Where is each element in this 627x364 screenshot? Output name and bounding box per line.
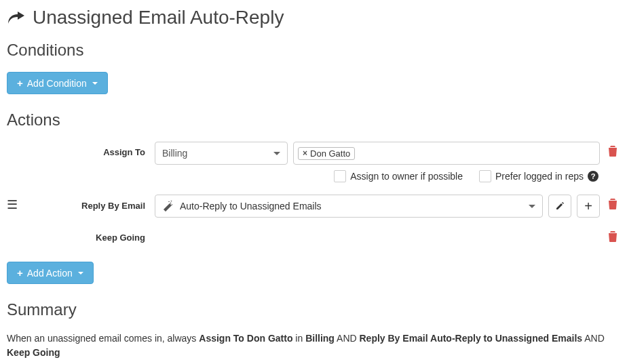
help-icon[interactable]: ? <box>588 171 598 182</box>
delete-reply-button[interactable] <box>605 195 620 209</box>
assignee-tag-label: Don Gatto <box>310 148 350 159</box>
reply-template-select[interactable]: Auto-Reply to Unassigned Emails <box>155 195 543 218</box>
plus-icon: + <box>17 267 23 279</box>
assign-to-people-input[interactable]: × Don Gatto <box>293 142 600 165</box>
caret-down-icon <box>78 272 83 275</box>
reply-template-value: Auto-Reply to Unassigned Emails <box>180 201 322 211</box>
summary-in: in <box>295 333 305 344</box>
assignee-tag: × Don Gatto <box>298 147 355 160</box>
conditions-heading: Conditions <box>7 41 620 60</box>
assign-to-label: Assign To <box>7 142 149 157</box>
action-row-reply-by-email: ☰ Reply By Email Auto-Reply to Unassigne… <box>7 195 620 218</box>
new-template-button[interactable]: + <box>577 195 600 218</box>
remove-tag-icon[interactable]: × <box>303 148 307 158</box>
add-condition-button[interactable]: + Add Condition <box>7 72 108 94</box>
actions-heading: Actions <box>7 110 620 129</box>
chevron-down-icon <box>273 152 280 155</box>
reply-by-email-label: Reply By Email <box>22 195 149 211</box>
assign-to-department-select[interactable]: Billing <box>155 142 288 165</box>
prefer-logged-checkbox[interactable] <box>479 170 491 182</box>
add-action-button[interactable]: + Add Action <box>7 262 94 284</box>
drag-handle-icon[interactable]: ☰ <box>7 195 22 211</box>
delete-assign-to-button[interactable] <box>605 142 620 157</box>
summary-and1: AND <box>337 333 359 344</box>
magic-wand-icon <box>162 201 173 211</box>
assign-to-department-value: Billing <box>162 148 187 159</box>
page-title: Unassigned Email Auto-Reply <box>7 7 620 28</box>
action-row-keep-going: Keep Going <box>7 227 620 243</box>
prefer-logged-label: Prefer logged in reps <box>495 171 584 182</box>
summary-dept: Billing <box>305 333 335 344</box>
assign-owner-label: Assign to owner if possible <box>350 171 463 182</box>
page-title-text: Unassigned Email Auto-Reply <box>33 7 284 28</box>
prefer-logged-option: Prefer logged in reps ? <box>479 170 598 182</box>
keep-going-label: Keep Going <box>7 227 149 243</box>
assign-owner-option: Assign to owner if possible <box>334 170 463 182</box>
chevron-down-icon <box>529 205 535 208</box>
summary-assign: Assign To Don Gatto <box>199 333 292 344</box>
summary-keep: Keep Going <box>7 347 60 358</box>
plus-icon: + <box>17 77 23 89</box>
edit-template-button[interactable] <box>548 195 571 218</box>
action-row-assign-to: Assign To Billing × Don Gatto Assign to … <box>7 142 620 182</box>
summary-text: When an unassigned email comes in, alway… <box>7 331 620 360</box>
add-condition-label: Add Condition <box>27 78 87 89</box>
summary-and2: AND <box>584 333 605 344</box>
add-action-label: Add Action <box>27 268 73 279</box>
forward-icon <box>7 9 26 26</box>
caret-down-icon <box>92 82 98 85</box>
delete-keep-going-button[interactable] <box>605 227 620 242</box>
summary-prefix: When an unassigned email comes in, alway… <box>7 333 199 344</box>
assign-owner-checkbox[interactable] <box>334 170 346 182</box>
summary-heading: Summary <box>7 300 620 319</box>
summary-reply: Reply By Email Auto-Reply to Unassigned … <box>360 333 583 344</box>
